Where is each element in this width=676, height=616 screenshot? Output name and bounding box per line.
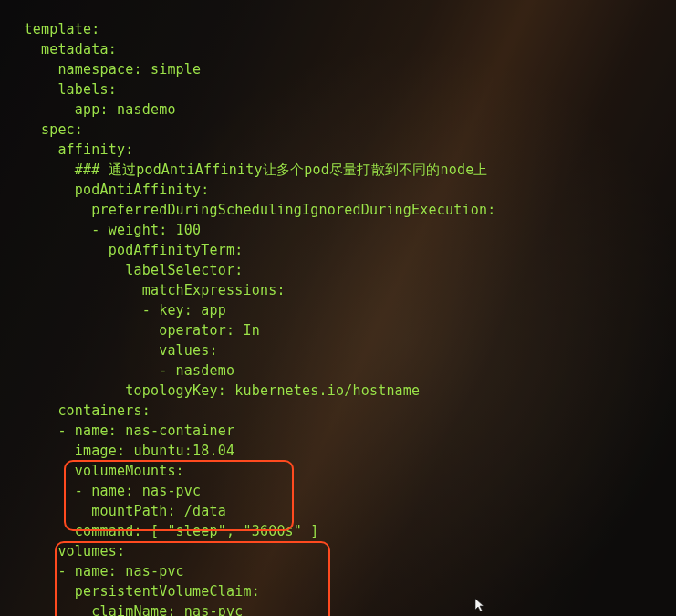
code-line: labels: xyxy=(7,79,676,99)
code-line: operator: In xyxy=(7,320,676,340)
code-line: volumes: xyxy=(7,541,676,561)
code-line: metadata: xyxy=(7,39,676,59)
code-line: - key: app xyxy=(7,300,676,320)
code-line: labelSelector: xyxy=(7,260,676,280)
code-line: - weight: 100 xyxy=(7,220,676,240)
code-line: spec: xyxy=(7,120,676,140)
code-line: - name: nas-container xyxy=(7,421,676,441)
code-line: preferredDuringSchedulingIgnoredDuringEx… xyxy=(7,200,676,220)
code-line: command: [ "sleep", "3600s" ] xyxy=(7,521,676,541)
code-line: namespace: simple xyxy=(7,59,676,79)
code-line: - nasdemo xyxy=(7,360,676,381)
code-line: podAntiAffinity: xyxy=(7,180,676,200)
code-line: affinity: xyxy=(7,140,676,160)
yaml-code: template: metadata: namespace: simple la… xyxy=(0,14,676,616)
code-line: ### 通过podAntiAffinity让多个pod尽量打散到不同的node上 xyxy=(7,160,676,180)
code-line: volumeMounts: xyxy=(7,461,676,481)
code-line: template: xyxy=(7,19,676,39)
code-line: image: ubuntu:18.04 xyxy=(7,441,676,461)
code-line: - name: nas-pvc xyxy=(7,481,676,501)
code-line: - name: nas-pvc xyxy=(7,561,676,581)
code-line: app: nasdemo xyxy=(7,99,676,120)
code-line: podAffinityTerm: xyxy=(7,240,676,260)
code-line: persistentVolumeClaim: xyxy=(7,581,676,601)
code-line: containers: xyxy=(7,401,676,421)
code-line: mountPath: /data xyxy=(7,501,676,521)
code-line: matchExpressions: xyxy=(7,280,676,300)
code-line: topologyKey: kubernetes.io/hostname xyxy=(7,381,676,401)
code-line: claimName: nas-pvc xyxy=(7,601,676,616)
code-line: values: xyxy=(7,340,676,360)
